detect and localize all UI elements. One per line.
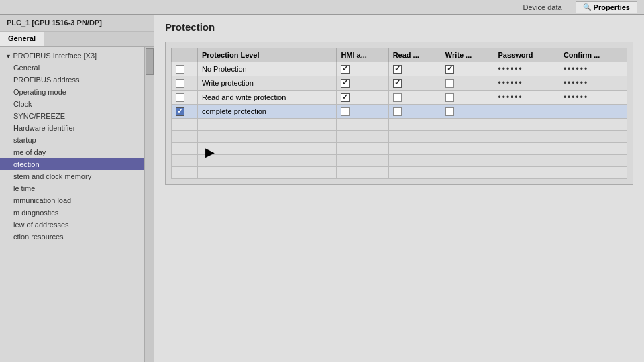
password-value: •••••• (498, 93, 523, 102)
confirm-cell[interactable]: •••••• (559, 62, 627, 76)
content-area: Protection Protection Level HMI a... Rea… (154, 15, 644, 362)
write-cell[interactable] (441, 105, 494, 119)
read-cell[interactable] (388, 90, 441, 105)
read-checkbox[interactable] (393, 65, 402, 74)
table-row-empty (172, 166, 627, 178)
sidebar-item-profibus-address[interactable]: PROFIBUS address (0, 74, 144, 86)
table-row-empty (172, 154, 627, 166)
sidebar-scroll[interactable]: PROFIBUS Interface [X3] General PROFIBUS… (0, 47, 154, 362)
write-cell[interactable] (441, 90, 494, 105)
write-checkbox[interactable] (445, 65, 454, 74)
password-cell[interactable]: •••••• (494, 90, 559, 105)
hmi-cell[interactable] (337, 62, 388, 76)
scroll-handle[interactable] (146, 48, 154, 75)
sidebar-item-sync-freeze[interactable]: SYNC/FREEZE (0, 110, 144, 122)
read-checkbox[interactable] (393, 79, 402, 88)
password-value: •••••• (498, 64, 523, 74)
plc-title: PLC_1 [CPU 1516-3 PN/DP] (0, 15, 154, 32)
col-header-protection-level: Protection Level (197, 48, 336, 62)
protection-table-wrapper: Protection Level HMI a... Read ... Write… (165, 42, 633, 185)
sidebar-item-hardware-identifier[interactable]: Hardware identifier (0, 122, 144, 134)
protection-table: Protection Level HMI a... Read ... Write… (171, 48, 627, 179)
device-data-title: Device data (523, 3, 561, 11)
confirm-value: •••••• (564, 78, 588, 88)
col-header-password: Password (494, 48, 559, 62)
row-checkbox-selected[interactable] (176, 107, 184, 116)
confirm-cell[interactable]: •••••• (559, 76, 627, 90)
hmi-checkbox[interactable] (341, 93, 350, 102)
sidebar-item-clock-memory[interactable]: stem and clock memory (0, 170, 144, 182)
hmi-cell[interactable] (337, 90, 388, 105)
sidebar-item-communication-load[interactable]: mmunication load (0, 194, 144, 206)
password-cell[interactable]: •••••• (494, 62, 559, 76)
write-cell[interactable] (441, 62, 494, 76)
tab-bar: General (0, 32, 154, 47)
row-checkbox[interactable] (176, 93, 184, 102)
read-cell[interactable] (388, 105, 441, 119)
hmi-cell[interactable] (337, 105, 388, 119)
hmi-checkbox[interactable] (341, 107, 350, 116)
tab-general[interactable]: General (0, 32, 44, 46)
col-header-hmi: HMI a... (337, 48, 388, 62)
sidebar-item-operating-mode[interactable]: Operating mode (0, 86, 144, 98)
sidebar-item-time-of-day[interactable]: me of day (0, 146, 144, 158)
row-checkbox[interactable] (176, 65, 184, 74)
write-checkbox[interactable] (445, 79, 454, 88)
col-header-read: Read ... (388, 48, 441, 62)
password-cell[interactable] (494, 105, 559, 119)
hmi-checkbox[interactable] (341, 79, 350, 88)
write-checkbox[interactable] (445, 107, 454, 116)
protection-level-cell: No Protection (197, 62, 336, 76)
confirm-cell[interactable]: •••••• (559, 90, 627, 105)
table-row-empty (172, 142, 627, 154)
sidebar-item-startup[interactable]: startup (0, 134, 144, 146)
sidebar-item-diagnostics[interactable]: m diagnostics (0, 206, 144, 219)
password-value: •••••• (498, 78, 523, 88)
confirm-cell[interactable] (559, 105, 627, 119)
section-title: Protection (165, 21, 633, 36)
row-checkbox[interactable] (176, 79, 184, 88)
protection-level-cell: Write protection (197, 76, 336, 90)
protection-level-cell: Read and write protection (197, 90, 336, 105)
read-cell[interactable] (388, 76, 441, 90)
properties-icon: 🔍 (583, 3, 591, 11)
properties-badge[interactable]: 🔍 Properties (576, 1, 637, 13)
table-row: Write protection •••••• •••••• (172, 76, 627, 90)
nav-section-profibus[interactable]: PROFIBUS Interface [X3] (0, 50, 144, 62)
read-checkbox[interactable] (393, 93, 402, 102)
confirm-value: •••••• (564, 93, 588, 102)
table-row: Read and write protection •••••• •••••• (172, 90, 627, 105)
table-row-empty (172, 130, 627, 142)
sidebar-item-resources[interactable]: ction resources (0, 231, 144, 243)
hmi-checkbox[interactable] (341, 65, 350, 74)
main-layout: PLC_1 [CPU 1516-3 PN/DP] General PROFIBU… (0, 15, 644, 362)
hmi-cell[interactable] (337, 76, 388, 90)
col-header-write: Write ... (441, 48, 494, 62)
sidebar-item-protection[interactable]: otection (0, 158, 144, 170)
row-select-cell[interactable] (172, 105, 198, 119)
col-header-confirm: Confirm ... (559, 48, 627, 62)
sidebar-item-cycle-time[interactable]: le time (0, 182, 144, 194)
col-header-select (172, 48, 198, 62)
read-checkbox[interactable] (393, 107, 402, 116)
sidebar-item-clock[interactable]: Clock (0, 98, 144, 110)
table-row: complete protection (172, 105, 627, 119)
write-checkbox[interactable] (445, 93, 454, 102)
write-cell[interactable] (441, 76, 494, 90)
row-select-cell[interactable] (172, 90, 198, 105)
nav-tree: PROFIBUS Interface [X3] General PROFIBUS… (0, 47, 154, 245)
row-select-cell[interactable] (172, 76, 198, 90)
confirm-value: •••••• (564, 64, 588, 74)
password-cell[interactable]: •••••• (494, 76, 559, 90)
row-select-cell[interactable] (172, 62, 198, 76)
read-cell[interactable] (388, 62, 441, 76)
sidebar-item-addresses[interactable]: iew of addresses (0, 219, 144, 231)
table-row-empty (172, 118, 627, 130)
sidebar-scrollbar[interactable] (144, 47, 154, 362)
top-bar: Device data 🔍 Properties (0, 0, 644, 15)
sidebar: PLC_1 [CPU 1516-3 PN/DP] General PROFIBU… (0, 15, 154, 362)
table-row: No Protection •••••• •••••• (172, 62, 627, 76)
sidebar-item-general[interactable]: General (0, 62, 144, 74)
properties-label: Properties (594, 3, 630, 11)
protection-level-cell: complete protection (197, 105, 336, 119)
